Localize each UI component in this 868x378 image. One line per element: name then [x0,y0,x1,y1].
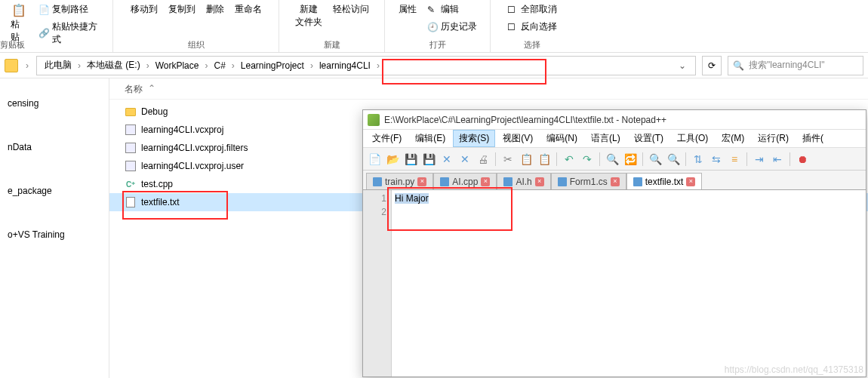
outdent-icon[interactable]: ⇤ [769,151,786,167]
toolbar-separator [556,152,557,166]
npp-titlebar[interactable]: E:\WorkPlace\C#\LearningProject\learning… [363,110,866,130]
cpp-icon: C⁺ [125,178,137,190]
tab-close-icon[interactable]: × [535,177,544,186]
find-icon[interactable]: 🔍 [604,151,620,167]
copy-path-icon: 📄 [38,5,49,15]
breadcrumb-item[interactable]: LearningProject [238,60,307,71]
tab-close-icon[interactable]: × [686,177,695,186]
history-button[interactable]: 🕘 历史记录 [424,19,480,35]
breadcrumb-item[interactable]: C# [211,60,228,71]
col-name[interactable]: 名称 [125,83,143,96]
sidebar-item[interactable]: o+VS Training [0,223,109,246]
sync-v-icon[interactable]: ⇅ [690,151,706,167]
file-name: learning4CLI.vcxproj.user [141,161,244,171]
paste-icon[interactable]: 📋 [536,151,553,167]
copy-to-button[interactable]: 复制到 [165,2,199,17]
npp-tab[interactable]: AI.cpp× [433,173,497,189]
breadcrumb-item[interactable]: learning4CLI [316,60,374,71]
code-line[interactable] [395,205,863,219]
delete-button[interactable]: 删除 [203,2,227,17]
undo-icon[interactable]: ↶ [561,151,577,167]
breadcrumb-dropdown[interactable]: ⌄ [674,60,691,71]
sync-h-icon[interactable]: ⇆ [708,151,725,167]
npp-code[interactable]: Hi Major [392,190,866,376]
proj-icon [125,124,137,136]
invert-select-button[interactable]: ☐ 反向选择 [504,19,560,35]
breadcrumb-item[interactable]: WorkPlace [152,60,202,71]
new-file-icon[interactable]: 📄 [366,151,383,167]
wrap-icon[interactable]: ≡ [726,151,743,167]
code-line[interactable]: Hi Major [395,192,863,205]
npp-menu-item[interactable]: 编码(N) [540,130,583,147]
sidebar-item[interactable]: e_package [0,180,109,202]
ribbon-group-open: 属性 ✎ 编辑 🕘 历史记录 打开 [385,0,491,52]
replace-icon[interactable]: 🔁 [622,151,639,167]
rename-button[interactable]: 重命名 [232,2,265,17]
tab-close-icon[interactable]: × [417,177,426,186]
npp-tab[interactable]: Form1.cs× [551,173,626,189]
npp-tab[interactable]: train.py× [366,173,433,189]
zoom-out-icon[interactable]: 🔍 [665,151,682,167]
sidebar-item[interactable]: nData [0,136,109,158]
breadcrumb-item[interactable]: 此电脑 [42,59,75,72]
cut-icon[interactable]: ✂ [500,151,516,167]
breadcrumb[interactable]: 此电脑›本地磁盘 (E:)›WorkPlace›C#›LearningProje… [36,56,696,75]
chevron-right-icon: › [309,60,315,71]
npp-toolbar: 📄📂💾💾✕✕🖨✂📋📋↶↷🔍🔁🔍🔍⇅⇆≡⇥⇤⏺ [363,148,866,171]
select-all-button[interactable]: ☐ 全部取消 [504,2,560,17]
save-icon[interactable]: 💾 [402,151,419,167]
tab-close-icon[interactable]: × [611,177,620,186]
npp-menu-item[interactable]: 文件(F) [366,130,408,147]
record-icon[interactable]: ⏺ [794,151,811,167]
tab-close-icon[interactable]: × [481,177,490,186]
tab-label: textfile.txt [645,177,684,187]
open-icon[interactable]: 📂 [384,151,401,167]
refresh-button[interactable]: ⟳ [702,56,722,75]
copy-path-button[interactable]: 📄 复制路径 [35,2,105,17]
chevron-right-icon: › [203,60,209,71]
copy-icon[interactable]: 📋 [518,151,534,167]
easy-access-button[interactable]: 轻松访问 [330,2,372,17]
npp-tab[interactable]: AI.h× [497,173,550,189]
npp-menu-item[interactable]: 语言(L) [585,130,626,147]
npp-tab[interactable]: textfile.txt× [626,173,703,189]
close-all-icon[interactable]: ✕ [457,151,473,167]
root-sep: › [24,60,30,71]
npp-menu-item[interactable]: 搜索(S) [453,130,495,147]
npp-title-text: E:\WorkPlace\C#\LearningProject\learning… [384,115,666,125]
toolbar-separator [746,152,747,166]
npp-gutter: 12 [363,190,392,376]
toolbar-separator [642,152,643,166]
move-to-button[interactable]: 移动到 [128,2,161,17]
npp-menu-item[interactable]: 工具(O) [671,130,714,147]
npp-menu-item[interactable]: 宏(M) [716,130,750,147]
address-bar-row: › 此电脑›本地磁盘 (E:)›WorkPlace›C#›LearningPro… [0,53,868,78]
sort-arrow-icon: ⌃ [143,83,161,96]
print-icon[interactable]: 🖨 [475,151,491,167]
new-group-label: 新建 [324,39,340,51]
close-icon[interactable]: ✕ [439,151,455,167]
save-all-icon[interactable]: 💾 [420,151,437,167]
redo-icon[interactable]: ↷ [579,151,596,167]
properties-button[interactable]: 属性 [396,2,420,17]
history-icon: 🕘 [427,22,438,32]
npp-menu-item[interactable]: 插件( [796,130,830,147]
npp-menu-item[interactable]: 编辑(E) [409,130,451,147]
npp-editor[interactable]: 12 Hi Major [363,190,866,376]
npp-menu-item[interactable]: 视图(V) [497,130,539,147]
search-box[interactable]: 🔍 搜索"learning4CLI" [728,56,863,75]
zoom-in-icon[interactable]: 🔍 [647,151,663,167]
file-list-header: 名称 ⌃ [109,78,868,100]
new-folder-button[interactable]: 新建 文件夹 [292,2,325,30]
paste-shortcut-button[interactable]: 🔗 粘贴快捷方式 [35,19,105,48]
indent-icon[interactable]: ⇥ [751,151,768,167]
ribbon-group-clipboard: 📋 粘贴 📄 复制路径 🔗 粘贴快捷方式 剪贴板 [0,0,113,52]
sidebar-item[interactable]: censing [0,92,109,115]
breadcrumb-item[interactable]: 本地磁盘 (E:) [84,59,143,72]
npp-menu-item[interactable]: 设置(T) [628,130,669,147]
folder-icon [5,59,18,72]
ribbon: 📋 粘贴 📄 复制路径 🔗 粘贴快捷方式 剪贴板 移动到 复制到 删除 重命名 [0,0,868,53]
edit-button[interactable]: ✎ 编辑 [424,2,480,17]
npp-menu-item[interactable]: 运行(R) [752,130,795,147]
refresh-icon: ⟳ [708,60,716,71]
